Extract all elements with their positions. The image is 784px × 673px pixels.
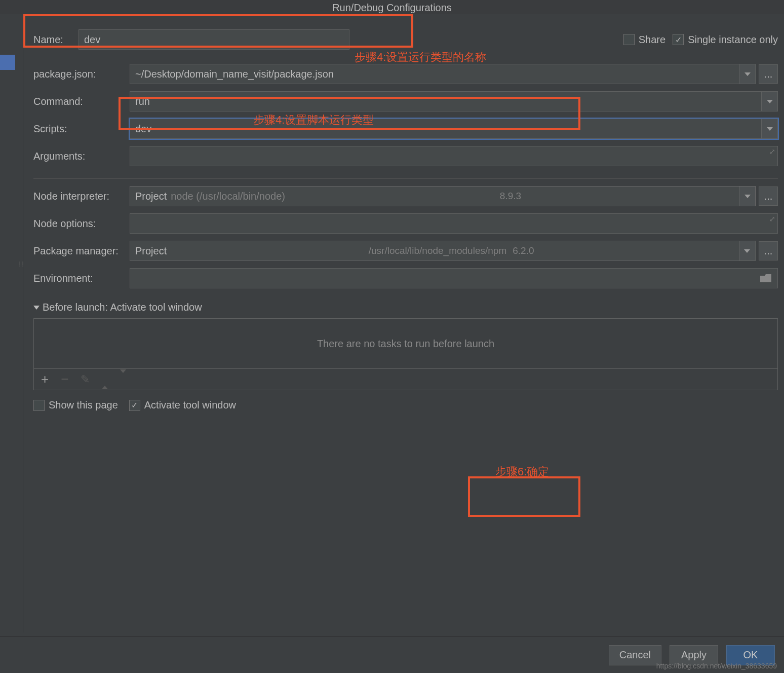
scripts-value: dev [135, 123, 151, 135]
node-interpreter-path: node (/usr/local/bin/node) [171, 191, 285, 202]
command-select[interactable]: run [130, 91, 778, 111]
config-tree-sidebar[interactable]: ⋮⋮⋮⋮⋮⋮ [0, 14, 23, 632]
config-form: Name: Share ✓ Single instance only packa… [23, 14, 784, 632]
single-instance-label: Single instance only [688, 34, 778, 46]
node-interpreter-label: Node interpreter: [33, 191, 127, 202]
name-input[interactable] [79, 29, 349, 50]
arguments-label: Arguments: [33, 151, 127, 162]
before-launch-toolbar: + − ✎ [33, 369, 778, 390]
cancel-button[interactable]: Cancel [609, 645, 661, 665]
checkbox-icon [33, 400, 45, 411]
package-json-value: ~/Desktop/domain_name_visit/package.json [135, 68, 334, 80]
name-label: Name: [33, 34, 71, 46]
chevron-down-icon [761, 92, 777, 111]
add-task-button[interactable]: + [41, 371, 49, 387]
before-launch-section: Before launch: Activate tool window Ther… [33, 302, 778, 411]
browse-button[interactable]: ... [759, 64, 778, 84]
scripts-select[interactable]: dev [130, 119, 778, 139]
checkbox-icon: ✓ [129, 400, 140, 411]
remove-task-button[interactable]: − [61, 371, 68, 387]
show-this-page-checkbox[interactable]: Show this page [33, 399, 118, 411]
browse-button[interactable]: ... [759, 241, 778, 260]
activate-tool-window-checkbox[interactable]: ✓ Activate tool window [129, 399, 236, 411]
chevron-down-icon [761, 119, 777, 138]
chevron-down-icon [739, 186, 755, 206]
separator [33, 178, 778, 179]
watermark: https://blog.csdn.net/weixin_38633659 [656, 662, 777, 670]
command-label: Command: [33, 96, 127, 107]
node-interpreter-select[interactable]: Project node (/usr/local/bin/node) 8.9.3 [130, 186, 756, 206]
chevron-down-icon [739, 241, 755, 260]
package-manager-version: 6.2.0 [513, 245, 534, 256]
package-json-select[interactable]: ~/Desktop/domain_name_visit/package.json [130, 64, 756, 84]
package-manager-select[interactable]: Project /usr/local/lib/node_modules/npm … [130, 241, 756, 261]
environment-input[interactable] [130, 268, 778, 288]
before-launch-tasks-empty: There are no tasks to run before launch [33, 318, 778, 369]
package-manager-prefix: Project [135, 245, 167, 257]
node-interpreter-prefix: Project [135, 191, 167, 202]
package-json-label: package.json: [33, 68, 127, 80]
scripts-label: Scripts: [33, 123, 127, 135]
move-up-button[interactable] [102, 373, 108, 386]
before-launch-header[interactable]: Before launch: Activate tool window [33, 302, 778, 313]
expand-icon[interactable]: ⤢ [769, 147, 775, 156]
arguments-input[interactable]: ⤢ [130, 146, 778, 166]
expand-icon[interactable]: ⤢ [769, 215, 775, 223]
show-this-page-label: Show this page [49, 399, 118, 411]
sidebar-resize-grip[interactable]: ⋮⋮⋮⋮⋮⋮ [18, 261, 22, 272]
move-down-button[interactable] [120, 373, 126, 386]
node-options-label: Node options: [33, 218, 127, 230]
share-label: Share [639, 34, 665, 46]
browse-button[interactable]: ... [759, 186, 778, 206]
checkbox-icon: ✓ [673, 34, 684, 45]
package-manager-path: /usr/local/lib/node_modules/npm [369, 245, 507, 256]
single-instance-checkbox[interactable]: ✓ Single instance only [673, 34, 778, 46]
activate-tool-window-label: Activate tool window [144, 399, 236, 411]
chevron-down-icon [739, 64, 755, 84]
folder-icon[interactable] [760, 274, 771, 282]
edit-task-button[interactable]: ✎ [81, 373, 90, 386]
package-manager-label: Package manager: [33, 245, 127, 257]
selected-config-indicator[interactable] [0, 55, 15, 70]
window-title: Run/Debug Configurations [0, 0, 784, 14]
chevron-down-icon [33, 306, 40, 310]
checkbox-icon [623, 34, 635, 45]
command-value: run [135, 96, 150, 107]
environment-label: Environment: [33, 273, 127, 284]
node-interpreter-version: 8.9.3 [500, 191, 521, 202]
node-options-input[interactable]: ⤢ [130, 213, 778, 234]
share-checkbox[interactable]: Share [623, 34, 665, 46]
